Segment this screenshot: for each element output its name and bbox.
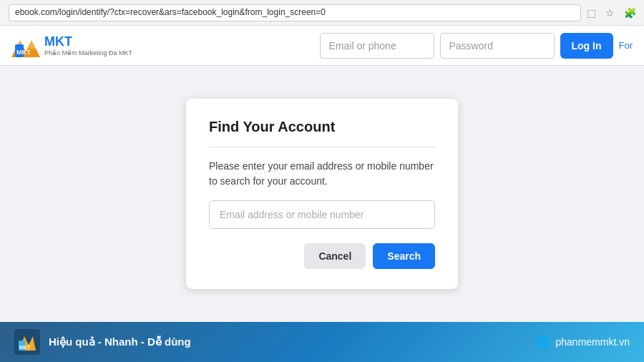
extension-icon[interactable]: 🧩 — [624, 7, 635, 19]
svg-text:MKT: MKT — [19, 345, 31, 350]
logo-text-group: MKT Phần Mềm Marketing Đa MKT — [44, 34, 132, 57]
cancel-button[interactable]: Cancel — [304, 243, 366, 269]
footer-mkt-icon: MKT — [17, 332, 37, 352]
globe-icon: 🌐 — [536, 336, 550, 349]
mkt-logo-icon: MKT — [11, 34, 40, 57]
account-search-input[interactable] — [209, 200, 435, 229]
dialog-actions: Cancel Search — [209, 243, 435, 269]
footer-left: MKT Hiệu quả - Nhanh - Dễ dùng — [14, 329, 191, 355]
svg-text:MKT: MKT — [16, 49, 31, 56]
footer-tagline: Hiệu quả - Nhanh - Dễ dùng — [49, 336, 191, 348]
find-account-dialog: Find Your Account Please enter your emai… — [186, 99, 458, 289]
logo-subtext: Phần Mềm Marketing Đa MKT — [44, 49, 132, 57]
navbar: MKT MKT Phần Mềm Marketing Đa MKT Log In… — [0, 26, 644, 66]
cast-icon[interactable]: ⬚ — [587, 7, 598, 19]
login-button[interactable]: Log In — [560, 33, 613, 59]
browser-bar: ebook.com/login/identify/?ctx=recover&ar… — [0, 0, 644, 26]
forgot-link[interactable]: For — [619, 40, 633, 51]
footer-right: 🌐 phanmemmkt.vn — [536, 336, 630, 349]
browser-icons: ⬚ ☆ 🧩 — [587, 7, 635, 19]
url-bar[interactable]: ebook.com/login/identify/?ctx=recover&ar… — [9, 4, 581, 21]
search-button[interactable]: Search — [373, 243, 435, 269]
footer-logo-icon: MKT — [14, 329, 40, 355]
footer-website[interactable]: phanmemmkt.vn — [556, 336, 630, 348]
navbar-right: Log In For — [320, 33, 633, 59]
dialog-description: Please enter your email address or mobil… — [209, 159, 435, 189]
logo-area: MKT MKT Phần Mềm Marketing Đa MKT — [11, 34, 132, 57]
main-content: Find Your Account Please enter your emai… — [0, 66, 644, 322]
bookmark-icon[interactable]: ☆ — [605, 7, 617, 19]
footer: MKT Hiệu quả - Nhanh - Dễ dùng 🌐 phanmem… — [0, 322, 644, 362]
password-input[interactable] — [440, 33, 555, 59]
logo-brand: MKT — [44, 34, 132, 49]
dialog-title: Find Your Account — [209, 119, 435, 147]
email-phone-input[interactable] — [320, 33, 434, 59]
